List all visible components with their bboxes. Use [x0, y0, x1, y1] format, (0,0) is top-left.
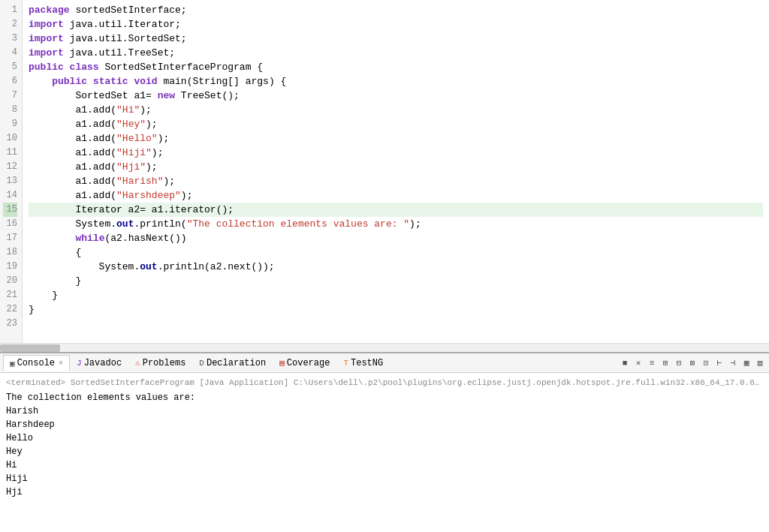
code-segment: import	[29, 17, 70, 32]
code-line-16: System.out.println("The collection eleme…	[29, 217, 763, 231]
code-line-14: a1.add("Harshdeep");	[29, 188, 763, 203]
line-number-13: 13	[3, 174, 17, 188]
tab-coverage[interactable]: ▤Coverage	[273, 355, 336, 371]
code-segment: public	[29, 74, 93, 89]
output-line-6: Hiji	[6, 472, 763, 485]
code-segment: a1.add(	[29, 160, 116, 174]
problems-tab-icon: ⚠	[135, 358, 140, 368]
code-segment: }	[29, 302, 35, 317]
line-number-12: 12	[3, 160, 17, 174]
console-tab-icon: ▣	[10, 359, 15, 368]
declaration-tab-label: Declaration	[207, 358, 266, 368]
scrollbar-thumb[interactable]	[0, 344, 60, 352]
toolbar-icon-2[interactable]: ≡	[646, 357, 658, 369]
output-line-1: Harish	[6, 404, 763, 418]
toolbar-icon-5[interactable]: ⊠	[686, 357, 698, 369]
code-segment: static	[93, 74, 134, 89]
code-segment: );	[409, 217, 421, 231]
code-segment: a1.add(	[29, 131, 116, 146]
toolbar-icon-0[interactable]: ■	[619, 357, 631, 369]
code-segment: );	[152, 146, 164, 160]
code-segment: "Hji"	[116, 160, 146, 174]
code-segment: out	[140, 260, 157, 274]
toolbar-icon-3[interactable]: ⊞	[659, 357, 671, 369]
code-segment: .println(a2.next());	[158, 260, 275, 274]
line-numbers: 1234567891011121314151617181920212223	[0, 0, 23, 343]
line-number-15: 15	[3, 203, 17, 217]
coverage-tab-label: Coverage	[287, 358, 330, 368]
code-segment: "Hiji"	[116, 146, 152, 160]
tab-problems[interactable]: ⚠Problems	[128, 355, 192, 371]
toolbar-icon-9[interactable]: ▦	[740, 357, 752, 369]
code-segment: SortedSetInterfaceProgram {	[104, 60, 263, 74]
code-content[interactable]: package sortedSetInterface;import java.u…	[23, 0, 769, 343]
code-line-2: import java.util.Iterator;	[29, 17, 763, 32]
code-segment: );	[146, 117, 158, 131]
code-segment: Iterator a2= a1.iterator();	[29, 203, 234, 217]
toolbar-icon-4[interactable]: ⊟	[673, 357, 685, 369]
code-segment: );	[163, 174, 175, 188]
tabs-bar: ▣Console×JJavadoc⚠ProblemsDDeclaration▤C…	[0, 353, 769, 373]
code-segment: import	[29, 32, 70, 46]
output-line-7: Hji	[6, 485, 763, 499]
output-line-3: Hello	[6, 431, 763, 445]
console-tab-close[interactable]: ×	[59, 359, 63, 368]
code-line-8: a1.add("Hi");	[29, 103, 763, 117]
code-segment: );	[181, 188, 193, 203]
line-number-1: 1	[3, 3, 17, 17]
line-number-9: 9	[3, 117, 17, 131]
code-segment: void	[134, 74, 163, 89]
code-segment: a1.add(	[29, 174, 116, 188]
line-number-19: 19	[3, 260, 17, 274]
problems-tab-label: Problems	[143, 358, 186, 368]
toolbar-icon-7[interactable]: ⊢	[713, 357, 725, 369]
code-segment: }	[29, 274, 81, 288]
line-number-3: 3	[3, 32, 17, 46]
code-segment: a1.add(	[29, 117, 116, 131]
javadoc-tab-icon: J	[77, 359, 82, 368]
toolbar-icon-6[interactable]: ⊡	[700, 357, 712, 369]
console-output[interactable]: <terminated> SortedSetInterfaceProgram […	[0, 373, 769, 532]
line-number-14: 14	[3, 188, 17, 203]
code-segment: sortedSetInterface;	[75, 3, 186, 17]
code-segment: class	[70, 60, 105, 74]
code-line-9: a1.add("Hey");	[29, 117, 763, 131]
line-number-18: 18	[3, 245, 17, 260]
tab-declaration[interactable]: DDeclaration	[192, 355, 273, 371]
tab-console[interactable]: ▣Console×	[3, 355, 70, 371]
code-line-19: System.out.println(a2.next());	[29, 260, 763, 274]
code-segment: {	[29, 245, 81, 260]
tab-javadoc[interactable]: JJavadoc	[70, 355, 128, 371]
code-line-21: }	[29, 288, 763, 302]
code-segment: "Hey"	[116, 117, 146, 131]
code-segment: "Hello"	[116, 131, 158, 146]
declaration-tab-icon: D	[199, 359, 204, 368]
testng-tab-label: TestNG	[351, 358, 383, 368]
code-line-6: public static void main(String[] args) {	[29, 74, 763, 89]
tab-testng[interactable]: TTestNG	[336, 355, 390, 371]
code-line-15: Iterator a2= a1.iterator();	[29, 203, 763, 217]
line-number-7: 7	[3, 89, 17, 103]
line-number-11: 11	[3, 146, 17, 160]
output-line-0: The collection elements values are:	[6, 391, 763, 404]
code-line-7: SortedSet a1= new TreeSet();	[29, 89, 763, 103]
line-number-4: 4	[3, 46, 17, 60]
code-line-23	[29, 317, 763, 331]
code-line-5: public class SortedSetInterfaceProgram {	[29, 60, 763, 74]
toolbar-icon-1[interactable]: ✕	[632, 357, 644, 369]
code-segment: "Hi"	[116, 103, 140, 117]
toolbar-icon-8[interactable]: ⊣	[727, 357, 739, 369]
code-segment: a1.add(	[29, 188, 116, 203]
code-line-12: a1.add("Hji");	[29, 160, 763, 174]
toolbar-icon-10[interactable]: ▧	[754, 357, 766, 369]
horizontal-scrollbar[interactable]	[0, 343, 769, 352]
code-segment: );	[140, 103, 152, 117]
code-segment: SortedSet a1=	[29, 89, 158, 103]
code-line-11: a1.add("Hiji");	[29, 146, 763, 160]
editor-area: 1234567891011121314151617181920212223 pa…	[0, 0, 769, 352]
terminated-line: <terminated> SortedSetInterfaceProgram […	[6, 376, 763, 389]
line-number-23: 23	[3, 317, 17, 331]
code-segment: import	[29, 46, 70, 60]
line-number-8: 8	[3, 103, 17, 117]
code-line-3: import java.util.SortedSet;	[29, 32, 763, 46]
